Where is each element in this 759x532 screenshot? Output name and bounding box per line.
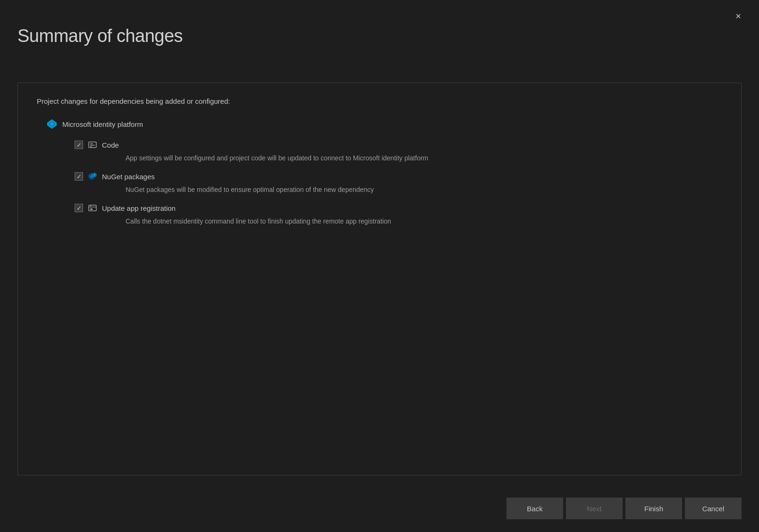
nuget-item-description: NuGet packages will be modified to ensur…	[75, 185, 722, 195]
nuget-item-row: NuGet packages	[75, 172, 722, 181]
page-title: Summary of changes	[17, 26, 183, 46]
svg-point-9	[93, 174, 95, 176]
svg-rect-14	[90, 208, 93, 210]
code-item-name: Code	[102, 141, 119, 149]
appreg-item-row: Update app registration	[75, 203, 722, 213]
finish-button[interactable]: Finish	[625, 498, 682, 519]
content-panel: Project changes for dependencies being a…	[17, 83, 742, 475]
code-icon	[88, 140, 97, 150]
next-button[interactable]: Next	[566, 498, 623, 519]
footer: Back Next Finish Cancel	[0, 485, 759, 532]
nuget-item-name: NuGet packages	[102, 173, 155, 181]
close-button[interactable]: ×	[731, 8, 746, 24]
svg-rect-3	[89, 142, 96, 148]
appreg-icon	[88, 203, 97, 213]
appreg-item-description: Calls the dotnet msidentity command line…	[75, 216, 722, 226]
appreg-item-name: Update app registration	[102, 204, 176, 212]
project-changes-label: Project changes for dependencies being a…	[37, 97, 722, 105]
platform-label: Microsoft identity platform	[62, 120, 143, 128]
code-item-description: App settings will be configured and proj…	[75, 153, 722, 163]
svg-rect-11	[89, 205, 96, 211]
nuget-checkbox[interactable]	[75, 172, 83, 181]
appreg-checkbox[interactable]	[75, 204, 83, 212]
code-checkbox[interactable]	[75, 141, 83, 149]
ms-identity-icon	[46, 118, 58, 130]
nuget-icon	[88, 172, 97, 181]
code-item-group: Code App settings will be configured and…	[37, 140, 722, 163]
code-item-row: Code	[75, 140, 722, 150]
appreg-item-group: Update app registration Calls the dotnet…	[37, 203, 722, 226]
svg-point-10	[90, 175, 93, 178]
cancel-button[interactable]: Cancel	[685, 498, 742, 519]
nuget-item-group: NuGet packages NuGet packages will be mo…	[37, 172, 722, 195]
platform-row: Microsoft identity platform	[37, 118, 722, 130]
back-button[interactable]: Back	[506, 498, 563, 519]
